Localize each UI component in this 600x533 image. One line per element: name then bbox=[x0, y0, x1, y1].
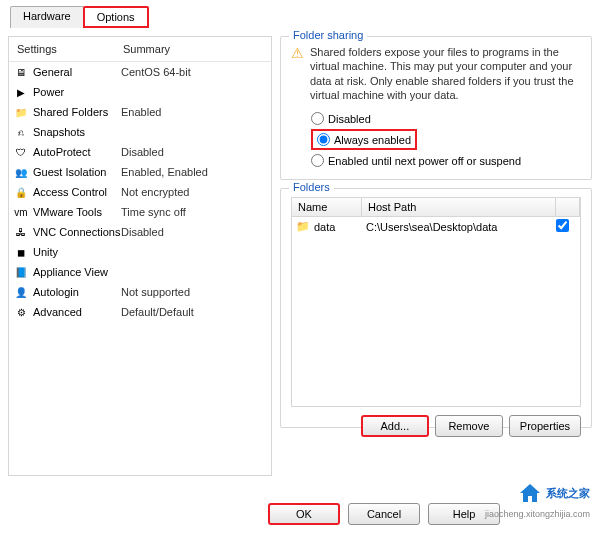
settings-row-access-control[interactable]: 🔒Access ControlNot encrypted bbox=[9, 182, 271, 202]
settings-label: Guest Isolation bbox=[33, 166, 121, 178]
col-header-settings: Settings bbox=[17, 43, 123, 55]
settings-row-appliance-view[interactable]: 📘Appliance View bbox=[9, 262, 271, 282]
folders-group: Folders Name Host Path 📁dataC:\Users\sea… bbox=[280, 188, 592, 428]
ok-button[interactable]: OK bbox=[268, 503, 340, 525]
settings-label: Shared Folders bbox=[33, 106, 121, 118]
settings-icon: ⚙ bbox=[13, 304, 29, 320]
settings-summary: Not supported bbox=[121, 286, 190, 298]
settings-icon: vm bbox=[13, 204, 29, 220]
settings-summary: Not encrypted bbox=[121, 186, 189, 198]
folder-row[interactable]: 📁dataC:\Users\sea\Desktop\data bbox=[292, 217, 580, 236]
settings-summary: Default/Default bbox=[121, 306, 194, 318]
settings-row-autologin[interactable]: 👤AutologinNot supported bbox=[9, 282, 271, 302]
warning-icon: ⚠ bbox=[291, 45, 304, 61]
settings-label: VNC Connections bbox=[33, 226, 121, 238]
folder-hostpath: C:\Users\sea\Desktop\data bbox=[366, 221, 556, 233]
settings-label: General bbox=[33, 66, 121, 78]
radio-always-enabled-input[interactable] bbox=[317, 133, 330, 146]
settings-label: Access Control bbox=[33, 186, 121, 198]
settings-row-shared-folders[interactable]: 📁Shared FoldersEnabled bbox=[9, 102, 271, 122]
settings-label: Snapshots bbox=[33, 126, 121, 138]
add-button[interactable]: Add... bbox=[361, 415, 429, 437]
settings-row-vmware-tools[interactable]: vmVMware ToolsTime sync off bbox=[9, 202, 271, 222]
radio-disabled-input[interactable] bbox=[311, 112, 324, 125]
settings-icon: ⎌ bbox=[13, 124, 29, 140]
settings-row-snapshots[interactable]: ⎌Snapshots bbox=[9, 122, 271, 142]
settings-label: Appliance View bbox=[33, 266, 121, 278]
warning-text: Shared folders expose your files to prog… bbox=[310, 45, 581, 102]
settings-icon: ▶ bbox=[13, 84, 29, 100]
folder-sharing-group: Folder sharing ⚠ Shared folders expose y… bbox=[280, 36, 592, 180]
settings-label: Advanced bbox=[33, 306, 121, 318]
radio-until-poweroff-input[interactable] bbox=[311, 154, 324, 167]
folder-name: data bbox=[314, 221, 366, 233]
settings-icon: 🛡 bbox=[13, 144, 29, 160]
settings-summary: Disabled bbox=[121, 226, 164, 238]
settings-label: Unity bbox=[33, 246, 121, 258]
settings-icon: 👥 bbox=[13, 164, 29, 180]
settings-icon: 📁 bbox=[13, 104, 29, 120]
house-icon bbox=[518, 481, 542, 505]
settings-icon: 👤 bbox=[13, 284, 29, 300]
settings-row-unity[interactable]: ◼Unity bbox=[9, 242, 271, 262]
remove-button[interactable]: Remove bbox=[435, 415, 503, 437]
settings-row-vnc-connections[interactable]: 🖧VNC ConnectionsDisabled bbox=[9, 222, 271, 242]
properties-button[interactable]: Properties bbox=[509, 415, 581, 437]
settings-row-general[interactable]: 🖥GeneralCentOS 64-bit bbox=[9, 62, 271, 82]
settings-label: VMware Tools bbox=[33, 206, 121, 218]
radio-always-enabled[interactable]: Always enabled bbox=[317, 133, 411, 146]
settings-icon: 📘 bbox=[13, 264, 29, 280]
col-header-summary: Summary bbox=[123, 43, 170, 55]
settings-row-guest-isolation[interactable]: 👥Guest IsolationEnabled, Enabled bbox=[9, 162, 271, 182]
settings-row-power[interactable]: ▶Power bbox=[9, 82, 271, 102]
settings-icon: 🖧 bbox=[13, 224, 29, 240]
folder-sharing-title: Folder sharing bbox=[289, 29, 367, 41]
settings-icon: ◼ bbox=[13, 244, 29, 260]
settings-icon: 🔒 bbox=[13, 184, 29, 200]
settings-row-autoprotect[interactable]: 🛡AutoProtectDisabled bbox=[9, 142, 271, 162]
cancel-button[interactable]: Cancel bbox=[348, 503, 420, 525]
settings-label: Autologin bbox=[33, 286, 121, 298]
tab-options[interactable]: Options bbox=[83, 6, 149, 28]
settings-summary: CentOS 64-bit bbox=[121, 66, 191, 78]
folder-icon: 📁 bbox=[296, 220, 310, 234]
tab-hardware[interactable]: Hardware bbox=[10, 6, 84, 28]
watermark-url: jiaocheng.xitongzhijia.com bbox=[485, 509, 590, 519]
settings-summary: Enabled, Enabled bbox=[121, 166, 208, 178]
col-header-name[interactable]: Name bbox=[292, 198, 362, 216]
folder-list: 📁dataC:\Users\sea\Desktop\data bbox=[291, 217, 581, 407]
settings-icon: 🖥 bbox=[13, 64, 29, 80]
settings-summary: Enabled bbox=[121, 106, 161, 118]
settings-label: AutoProtect bbox=[33, 146, 121, 158]
settings-row-advanced[interactable]: ⚙AdvancedDefault/Default bbox=[9, 302, 271, 322]
col-header-check bbox=[556, 198, 580, 216]
col-header-hostpath[interactable]: Host Path bbox=[362, 198, 556, 216]
folders-title: Folders bbox=[289, 181, 334, 193]
radio-until-poweroff[interactable]: Enabled until next power off or suspend bbox=[291, 152, 581, 169]
settings-label: Power bbox=[33, 86, 121, 98]
settings-summary: Time sync off bbox=[121, 206, 186, 218]
settings-list: Settings Summary 🖥GeneralCentOS 64-bit▶P… bbox=[8, 36, 272, 476]
watermark: 系统之家 bbox=[518, 481, 590, 505]
folder-enabled-checkbox[interactable] bbox=[556, 219, 569, 232]
settings-summary: Disabled bbox=[121, 146, 164, 158]
radio-disabled[interactable]: Disabled bbox=[291, 110, 581, 127]
